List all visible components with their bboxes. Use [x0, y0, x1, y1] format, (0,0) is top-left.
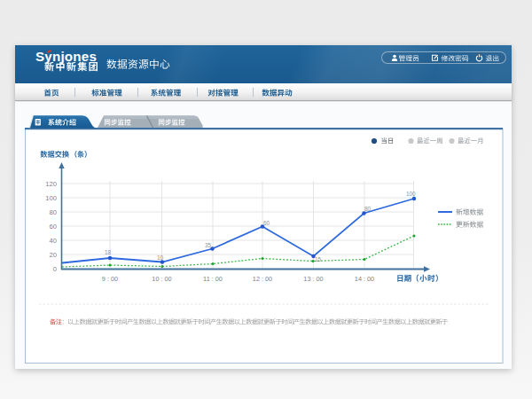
svg-text:60: 60 — [50, 223, 57, 231]
svg-text:18: 18 — [105, 249, 112, 255]
svg-text:10: 10 — [157, 254, 164, 261]
svg-text:11 : 00: 11 : 00 — [203, 275, 223, 283]
svg-text:80: 80 — [364, 206, 372, 212]
svg-text:12 : 00: 12 : 00 — [253, 275, 272, 283]
svg-text:100: 100 — [406, 191, 416, 197]
svg-text:10 : 00: 10 : 00 — [152, 275, 171, 283]
svg-text:100: 100 — [45, 194, 57, 202]
svg-text:14 : 00: 14 : 00 — [355, 275, 374, 283]
svg-text:35: 35 — [205, 242, 212, 248]
svg-text:0: 0 — [53, 265, 57, 273]
svg-text:80: 80 — [50, 208, 57, 216]
svg-text:9 : 00: 9 : 00 — [102, 275, 118, 283]
svg-text:120: 120 — [45, 180, 57, 188]
svg-text:40: 40 — [50, 237, 57, 245]
svg-text:20: 20 — [50, 251, 57, 259]
svg-text:15: 15 — [315, 256, 322, 262]
svg-text:60: 60 — [263, 220, 270, 226]
svg-text:13 : 00: 13 : 00 — [303, 275, 323, 283]
